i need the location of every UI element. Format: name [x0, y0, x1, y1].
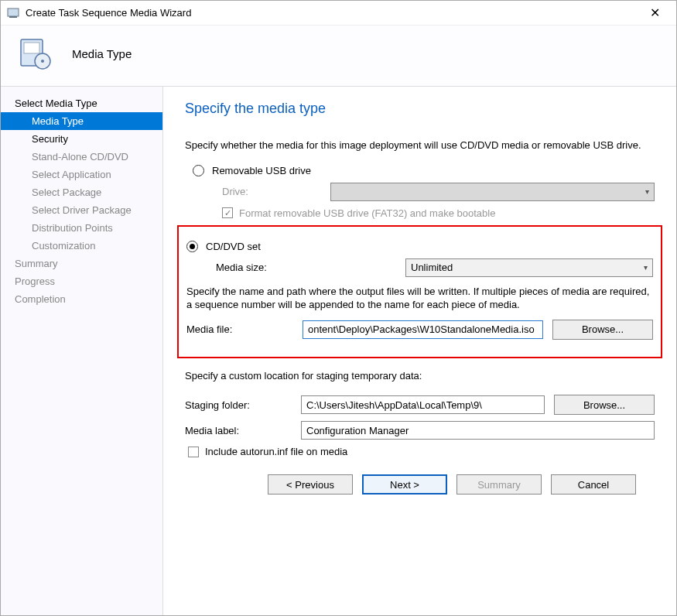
cancel-button[interactable]: Cancel	[551, 474, 636, 495]
usb-format-label: Format removable USB drive (FAT32) and m…	[239, 207, 495, 219]
media-size-label: Media size:	[216, 262, 324, 273]
nav-standalone-cddvd[interactable]: Stand-Alone CD/DVD	[1, 148, 162, 166]
staging-instr: Specify a custom location for staging te…	[185, 369, 655, 383]
media-label-input[interactable]	[301, 421, 655, 440]
wizard-header: Media Type	[1, 26, 676, 87]
media-size-select[interactable]: Unlimited ▾	[405, 258, 653, 277]
usb-drive-select: ▾	[330, 183, 655, 201]
media-file-label: Media file:	[186, 323, 303, 335]
nav-select-package[interactable]: Select Package	[1, 183, 162, 201]
nav-sidebar: Select Media Type Media Type Security St…	[1, 87, 163, 615]
wizard-body: Select Media Type Media Type Security St…	[1, 87, 676, 615]
content-pane: Specify the media type Specify whether t…	[163, 87, 676, 615]
content-heading: Specify the media type	[185, 101, 655, 117]
autorun-checkbox[interactable]	[188, 447, 199, 457]
chevron-down-icon: ▾	[645, 187, 649, 196]
media-label-label: Media label:	[185, 425, 301, 436]
media-icon	[16, 35, 53, 72]
radio-usb-circle	[193, 165, 204, 176]
wizard-footer: < Previous Next > Summary Cancel	[185, 464, 655, 510]
usb-format-checkbox: ✓	[222, 207, 233, 218]
nav-completion[interactable]: Completion	[1, 290, 162, 308]
nav-security[interactable]: Security	[1, 130, 162, 148]
close-icon[interactable]: ✕	[639, 5, 670, 20]
radio-usb-label: Removable USB drive	[212, 165, 311, 176]
nav-select-media-type[interactable]: Select Media Type	[1, 94, 162, 112]
svg-point-5	[41, 60, 44, 63]
nav-distribution-points[interactable]: Distribution Points	[1, 219, 162, 237]
summary-button: Summary	[456, 474, 542, 495]
svg-rect-0	[8, 9, 19, 16]
app-icon	[7, 7, 19, 19]
radio-cddvd[interactable]: CD/DVD set	[186, 241, 653, 252]
nav-customization[interactable]: Customization	[1, 237, 162, 255]
svg-rect-1	[9, 16, 17, 18]
media-size-value: Unlimited	[411, 262, 453, 273]
staging-folder-input[interactable]	[301, 395, 545, 414]
media-file-browse-button[interactable]: Browse...	[552, 320, 653, 340]
nav-media-type[interactable]: Media Type	[1, 112, 162, 130]
staging-folder-label: Staging folder:	[185, 399, 301, 411]
nav-summary[interactable]: Summary	[1, 255, 162, 272]
nav-progress[interactable]: Progress	[1, 272, 162, 290]
titlebar: Create Task Sequence Media Wizard ✕	[1, 1, 676, 26]
cd-path-instr: Specify the name and path where the outp…	[186, 285, 653, 312]
radio-usb[interactable]: Removable USB drive	[193, 165, 655, 176]
usb-drive-label: Drive:	[222, 186, 330, 197]
page-title: Media Type	[72, 47, 132, 60]
previous-button[interactable]: < Previous	[268, 474, 353, 495]
staging-browse-button[interactable]: Browse...	[554, 395, 655, 415]
nav-select-driver-package[interactable]: Select Driver Package	[1, 201, 162, 219]
nav-select-application[interactable]: Select Application	[1, 166, 162, 183]
cddvd-section: CD/DVD set Media size: Unlimited ▾ Speci…	[177, 225, 662, 358]
radio-cddvd-label: CD/DVD set	[206, 241, 261, 252]
radio-cddvd-circle	[186, 241, 198, 252]
window-title: Create Task Sequence Media Wizard	[26, 7, 639, 19]
media-file-input[interactable]	[303, 320, 543, 339]
autorun-label: Include autorun.inf file on media	[205, 446, 347, 457]
wizard-window: Create Task Sequence Media Wizard ✕ Medi…	[0, 0, 677, 616]
next-button[interactable]: Next >	[362, 474, 447, 495]
intro-text: Specify whether the media for this image…	[185, 139, 655, 152]
svg-rect-3	[24, 43, 39, 53]
chevron-down-icon: ▾	[644, 263, 648, 272]
